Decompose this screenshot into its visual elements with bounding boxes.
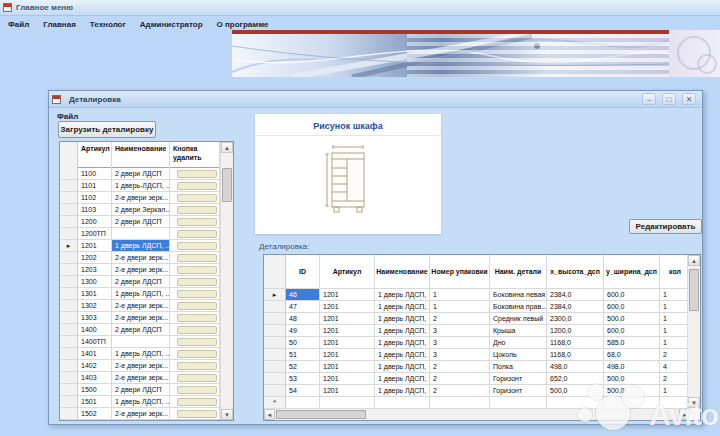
- cell[interactable]: 54: [286, 385, 320, 397]
- table-row[interactable]: 5012011 дверь ЛДСП, ...3Дно1168,0585,01: [264, 337, 690, 349]
- delete-button[interactable]: [177, 254, 217, 262]
- name-cell[interactable]: 2 двери ЛДСП: [112, 324, 170, 336]
- scroll-up-icon[interactable]: ▲: [221, 142, 233, 153]
- table-row[interactable]: 4712011 дверь ЛДСП, ...1Боковина прав...…: [264, 301, 690, 313]
- cell[interactable]: 500,0: [547, 385, 604, 397]
- cell[interactable]: 48: [286, 313, 320, 325]
- cell[interactable]: 600,0: [604, 301, 660, 313]
- cell[interactable]: 1: [660, 301, 690, 313]
- cell[interactable]: 1: [660, 325, 690, 337]
- row-header[interactable]: [264, 325, 286, 337]
- menu-item-file-child[interactable]: Файл: [57, 112, 78, 121]
- cell[interactable]: 1201: [320, 313, 375, 325]
- name-cell[interactable]: 2-е двери зерк...: [112, 252, 170, 264]
- table-row[interactable]: 11022-е двери зерк...: [60, 192, 220, 204]
- cell[interactable]: 52: [286, 361, 320, 373]
- delete-button[interactable]: [177, 374, 217, 382]
- detail-vertical-scrollbar[interactable]: ▲ ▼: [687, 255, 700, 408]
- cell[interactable]: 600,0: [604, 325, 660, 337]
- row-header[interactable]: [60, 192, 78, 204]
- name-cell[interactable]: 2 двери ЛДСП: [112, 168, 170, 180]
- table-row[interactable]: ▸4612011 дверь ЛДСП, ...1Боковина левая2…: [264, 289, 690, 301]
- delete-button[interactable]: [177, 410, 217, 418]
- row-header[interactable]: [60, 324, 78, 336]
- article-cell[interactable]: 1202: [78, 252, 112, 264]
- cell[interactable]: 1201: [320, 289, 375, 301]
- scroll-left-icon[interactable]: ◄: [264, 409, 275, 420]
- cell[interactable]: 1: [430, 289, 490, 301]
- cell[interactable]: 1201: [320, 373, 375, 385]
- cell[interactable]: Крыша: [490, 325, 547, 337]
- name-cell[interactable]: 2-е двери зерк...: [112, 360, 170, 372]
- name-cell[interactable]: [112, 228, 170, 240]
- close-button[interactable]: ✕: [682, 93, 696, 105]
- table-row[interactable]: 12032-е двери зерк...: [60, 264, 220, 276]
- articles-table[interactable]: АртикулНаименованиеКнопка удалить 11002 …: [59, 141, 234, 421]
- cell[interactable]: 498,0: [547, 361, 604, 373]
- menu-item-administrator[interactable]: Администратор: [140, 20, 203, 29]
- column-header[interactable]: Кнопка удалить: [170, 142, 220, 168]
- name-cell[interactable]: 2 двери ЛДСП: [112, 276, 170, 288]
- cell[interactable]: 500,0: [604, 313, 660, 325]
- cell[interactable]: 1 дверь ЛДСП, ...: [375, 301, 430, 313]
- table-row[interactable]: 1400ТП: [60, 336, 220, 348]
- row-header[interactable]: [60, 300, 78, 312]
- row-header[interactable]: [60, 396, 78, 408]
- column-header[interactable]: Артикул: [78, 142, 112, 168]
- cell[interactable]: 46: [286, 289, 320, 301]
- table-row[interactable]: 5212011 дверь ЛДСП, ...2Полка498,0498,04: [264, 361, 690, 373]
- table-row[interactable]: ▸12011 дверь ЛДСП, ...: [60, 240, 220, 252]
- row-header[interactable]: [264, 337, 286, 349]
- table-row[interactable]: 15011 дверь ЛДСП, ...: [60, 396, 220, 408]
- article-cell[interactable]: 1102: [78, 192, 112, 204]
- detail-table[interactable]: IDАртикулНаименованиеНомер упаковкиНаим.…: [263, 254, 701, 421]
- table-row[interactable]: 5412011 дверь ЛДСП, ...2Горизонт500,0500…: [264, 385, 690, 397]
- table-row[interactable]: 1200ТП: [60, 228, 220, 240]
- table-row[interactable]: 11011 дверь-ЛДСП, ...: [60, 180, 220, 192]
- menu-item-about[interactable]: О программе: [217, 20, 269, 29]
- cell[interactable]: 68,0: [604, 349, 660, 361]
- column-header[interactable]: ID: [286, 255, 320, 289]
- delete-button[interactable]: [177, 170, 217, 178]
- table-row[interactable]: 5312011 дверь ЛДСП, ...2Горизонт652,0500…: [264, 373, 690, 385]
- name-cell[interactable]: 1 дверь ЛДСП, ...: [112, 288, 170, 300]
- cell[interactable]: 1201: [320, 325, 375, 337]
- row-header[interactable]: ▸: [60, 240, 78, 252]
- cell[interactable]: 1201: [320, 337, 375, 349]
- cell[interactable]: 3: [430, 337, 490, 349]
- cell[interactable]: 2: [660, 373, 690, 385]
- row-header[interactable]: [264, 361, 286, 373]
- column-header[interactable]: Наименование: [375, 255, 430, 289]
- table-row[interactable]: 13022-е двери зерк...: [60, 300, 220, 312]
- article-cell[interactable]: 1500: [78, 384, 112, 396]
- delete-button[interactable]: [177, 206, 217, 214]
- cell[interactable]: 2384,0: [547, 301, 604, 313]
- cell[interactable]: Боковина левая: [490, 289, 547, 301]
- cell[interactable]: 51: [286, 349, 320, 361]
- row-header[interactable]: [60, 384, 78, 396]
- article-cell[interactable]: 1302: [78, 300, 112, 312]
- edit-button[interactable]: Редактировать: [629, 219, 702, 234]
- table-row[interactable]: 15022-е двери зерк...: [60, 408, 220, 420]
- name-cell[interactable]: 2-е двери зерк...: [112, 264, 170, 276]
- name-cell[interactable]: 2-е двери зерк...: [112, 312, 170, 324]
- cell[interactable]: 1201: [320, 361, 375, 373]
- article-cell[interactable]: 1400ТП: [78, 336, 112, 348]
- scroll-down-icon[interactable]: ▼: [221, 409, 233, 420]
- article-cell[interactable]: 1300: [78, 276, 112, 288]
- article-cell[interactable]: 1100: [78, 168, 112, 180]
- table-row[interactable]: 13002 двери ЛДСП: [60, 276, 220, 288]
- table-row[interactable]: 14032-е двери зерк...: [60, 372, 220, 384]
- row-header[interactable]: [60, 372, 78, 384]
- cell[interactable]: 1: [660, 385, 690, 397]
- delete-button[interactable]: [177, 386, 217, 394]
- delete-button[interactable]: [177, 338, 217, 346]
- table-row[interactable]: 14022-е двери зерк...: [60, 360, 220, 372]
- scroll-up-icon[interactable]: ▲: [688, 255, 700, 266]
- column-header[interactable]: Номер упаковки: [430, 255, 490, 289]
- row-header[interactable]: [60, 216, 78, 228]
- table-row[interactable]: 11002 двери ЛДСП: [60, 168, 220, 180]
- article-cell[interactable]: 1402: [78, 360, 112, 372]
- table-row[interactable]: 15002 двери ЛДСП: [60, 384, 220, 396]
- detail-window-titlebar[interactable]: Деталировка – □ ✕: [49, 91, 702, 108]
